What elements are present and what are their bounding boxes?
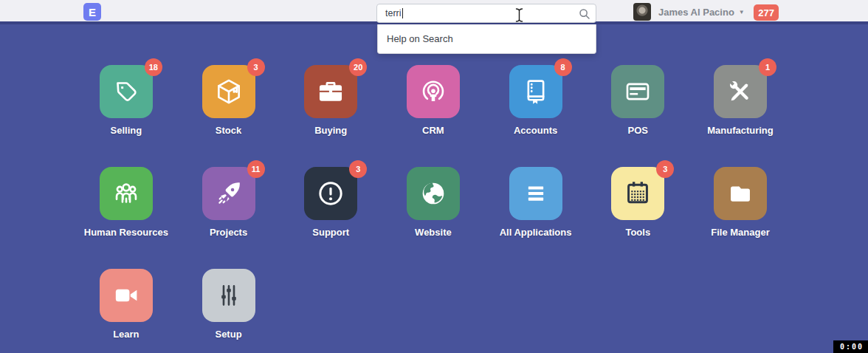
app-tile-accounts[interactable]: 8 Accounts [509, 65, 562, 136]
menu-icon [509, 167, 562, 220]
app-count-badge: 3 [247, 58, 265, 76]
app-tile-label: CRM [422, 125, 444, 136]
app-tile-support[interactable]: 3 Support [304, 167, 357, 238]
credit-card-icon [611, 65, 664, 118]
app-tile-tools[interactable]: 3 Tools [611, 167, 664, 238]
chevron-down-icon: ▼ [739, 9, 745, 16]
app-tile-label: Support [312, 227, 349, 238]
app-tile-setup[interactable]: Setup [202, 269, 255, 340]
app-count-badge: 20 [349, 58, 367, 76]
calendar-icon: 3 [611, 167, 664, 220]
rocket-icon: 11 [202, 167, 255, 220]
globe-icon [407, 167, 460, 220]
app-grid: 18 Selling 3 Stock 20 Buying CRM 8 Accou… [75, 65, 868, 340]
app-tile-label: Manufacturing [707, 125, 774, 136]
search-dropdown-item-help[interactable]: Help on Search [378, 33, 596, 44]
search-input-value: terri [385, 8, 402, 18]
navbar: E terri Help on Search James Al Pacino ▼… [0, 0, 868, 24]
app-count-badge: 8 [554, 58, 572, 76]
app-count-badge: 3 [656, 160, 674, 178]
app-tile-label: File Manager [711, 227, 769, 238]
app-tile-label: Buying [314, 125, 347, 136]
app-tile-human-resources[interactable]: Human Resources [84, 167, 168, 238]
broadcast-user-icon [407, 65, 460, 118]
app-tile-file-manager[interactable]: File Manager [711, 167, 769, 238]
home-logo-button[interactable]: E [83, 3, 101, 21]
app-tile-label: Accounts [514, 125, 557, 136]
search-dropdown: Help on Search [377, 24, 596, 54]
app-tile-manufacturing[interactable]: 1 Manufacturing [707, 65, 774, 136]
app-count-badge: 11 [247, 160, 265, 178]
search-icon[interactable] [579, 8, 590, 22]
desk-screen: E terri Help on Search James Al Pacino ▼… [0, 0, 868, 353]
user-menu[interactable]: James Al Pacino ▼ [633, 0, 745, 24]
app-tile-crm[interactable]: CRM [407, 65, 460, 136]
app-tile-label: Stock [216, 125, 241, 136]
text-caret [402, 8, 403, 18]
app-tile-pos[interactable]: POS [611, 65, 664, 136]
user-avatar [633, 3, 651, 21]
app-count-badge: 18 [145, 58, 162, 76]
folder-icon [714, 167, 767, 220]
tools-icon: 1 [714, 65, 767, 118]
global-search: terri Help on Search [376, 4, 596, 23]
app-tile-label: Tools [625, 227, 650, 238]
app-tile-label: POS [628, 125, 648, 136]
app-tile-learn[interactable]: Learn [100, 269, 153, 340]
app-count-badge: 3 [349, 160, 367, 178]
app-tile-website[interactable]: Website [407, 167, 460, 238]
ledger-icon: 8 [509, 65, 562, 118]
notifications-badge[interactable]: 277 [754, 4, 779, 21]
people-icon [100, 167, 153, 220]
user-name: James Al Pacino [658, 7, 734, 18]
app-tile-label: Setup [215, 329, 241, 340]
app-tile-selling[interactable]: 18 Selling [100, 65, 153, 136]
video-icon [100, 269, 153, 322]
app-tile-all-applications[interactable]: All Applications [500, 167, 572, 238]
box-icon: 3 [202, 65, 255, 118]
app-tile-label: Projects [210, 227, 247, 238]
app-tile-buying[interactable]: 20 Buying [304, 65, 357, 136]
app-count-badge: 1 [759, 58, 776, 76]
app-tile-projects[interactable]: 11 Projects [202, 167, 255, 238]
briefcase-icon: 20 [304, 65, 357, 118]
tag-icon: 18 [100, 65, 153, 118]
app-tile-label: Website [415, 227, 452, 238]
app-tile-label: All Applications [500, 227, 572, 238]
desktop: 18 Selling 3 Stock 20 Buying CRM 8 Accou… [0, 27, 868, 353]
app-tile-label: Learn [113, 329, 139, 340]
sliders-icon [202, 269, 255, 322]
alert-circle-icon: 3 [304, 167, 357, 220]
app-tile-label: Selling [111, 125, 142, 136]
app-tile-label: Human Resources [84, 227, 168, 238]
search-input[interactable]: terri [376, 4, 596, 23]
app-tile-stock[interactable]: 3 Stock [202, 65, 255, 136]
recording-timer: 0:00 [833, 340, 868, 353]
